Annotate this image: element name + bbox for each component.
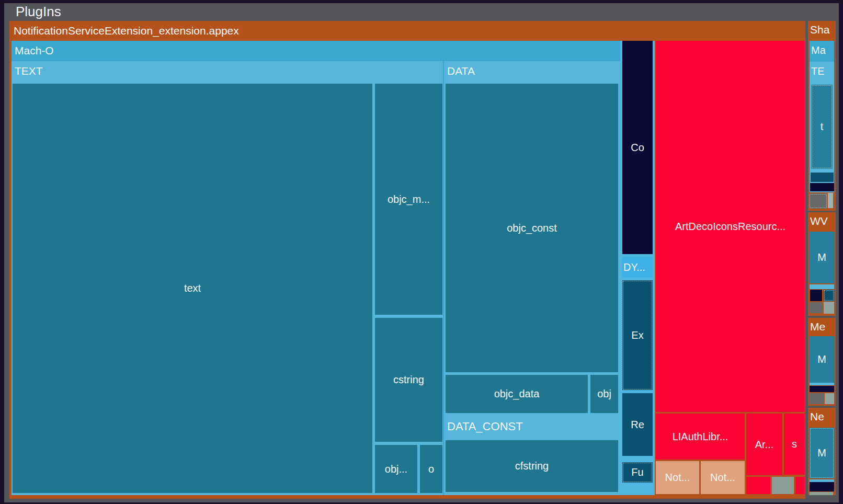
- node-function-starts[interactable]: Fu: [622, 462, 653, 483]
- node-label-not-resource-1: Not...: [665, 472, 690, 484]
- node-label-text-section: text: [184, 282, 201, 294]
- node-label-function-starts: Fu: [631, 466, 643, 478]
- node-label-data-const-segment: DATA_CONST: [447, 420, 523, 433]
- node-text-section[interactable]: text: [13, 84, 372, 493]
- node-gray-resource-a[interactable]: [772, 477, 794, 494]
- node-red-resource-a[interactable]: [746, 477, 770, 494]
- node-label-not-resource-2: Not...: [710, 472, 735, 484]
- node-obj-small[interactable]: obj: [590, 375, 618, 413]
- node-label-dyld-info: DY...: [622, 261, 645, 273]
- node-label-sha-text-segment: TE: [811, 65, 825, 77]
- node-ne-macho[interactable]: M: [810, 428, 834, 478]
- node-export-info[interactable]: Ex: [622, 280, 653, 390]
- node-me-gray[interactable]: [810, 393, 824, 404]
- node-label-rebase-info: Re: [631, 419, 644, 431]
- node-wv-green[interactable]: [824, 302, 834, 314]
- node-label-data-segment: DATA: [447, 65, 475, 77]
- node-label-o-section: o: [428, 463, 434, 475]
- node-sha-accent[interactable]: [828, 193, 833, 208]
- node-sha-text-section[interactable]: t: [811, 85, 833, 169]
- node-label-code-signature: Co: [631, 142, 644, 154]
- node-cfstring[interactable]: cfstring: [446, 440, 618, 492]
- node-not-resource-1[interactable]: Not...: [656, 461, 699, 494]
- node-artdeco-icons-resource[interactable]: ArtDecoIconsResourc...: [656, 41, 805, 412]
- treemap-canvas: PlugInsNotificationServiceExtension_exte…: [0, 0, 843, 504]
- node-ne-green[interactable]: [810, 492, 833, 495]
- node-me-macho[interactable]: M: [810, 336, 834, 383]
- node-sha-macho[interactable]: Ma: [810, 41, 834, 62]
- node-red-resource-b[interactable]: [795, 477, 805, 494]
- node-objc-const[interactable]: objc_const: [446, 84, 618, 372]
- node-label-obj-small: obj: [597, 388, 611, 400]
- node-wv-blue-strip[interactable]: [810, 284, 834, 289]
- node-wv-gray[interactable]: [810, 302, 823, 313]
- node-label-cfstring: cfstring: [515, 460, 549, 472]
- node-label-ne-macho: M: [817, 447, 826, 459]
- node-rebase-info[interactable]: Re: [622, 393, 653, 456]
- node-label-sha-macho: Ma: [811, 44, 826, 56]
- node-ne-navy[interactable]: [810, 482, 834, 491]
- node-me-blue-strip[interactable]: [810, 383, 834, 385]
- node-label-sha-appex: Sha: [810, 24, 829, 36]
- node-objc-data[interactable]: objc_data: [446, 375, 588, 413]
- node-s-resource[interactable]: s: [784, 414, 805, 475]
- node-me-navy[interactable]: [810, 386, 834, 392]
- node-label-objc-data: objc_data: [494, 388, 540, 400]
- node-code-signature[interactable]: Co: [622, 41, 653, 254]
- node-label-ne-appex: Ne: [810, 410, 824, 423]
- node-label-cstring: cstring: [393, 374, 424, 386]
- node-objc-methname[interactable]: objc_m...: [375, 84, 442, 315]
- node-o-section[interactable]: o: [420, 445, 442, 493]
- node-sha-gray[interactable]: [809, 193, 827, 209]
- node-wv-macho[interactable]: M: [810, 232, 834, 283]
- node-label-text-segment: TEXT: [15, 65, 43, 77]
- node-label-macho: Mach-O: [15, 44, 54, 57]
- node-label-me-macho: M: [817, 353, 826, 365]
- node-label-artdeco-icons-resource: ArtDecoIconsResourc...: [675, 221, 785, 233]
- node-objc-other[interactable]: obj...: [375, 445, 417, 493]
- node-dyld-info[interactable]: DY...: [622, 257, 653, 278]
- node-wv-dark-teal[interactable]: [824, 290, 834, 301]
- node-wv-navy[interactable]: [810, 290, 822, 301]
- node-me-green[interactable]: [825, 393, 834, 404]
- node-label-objc-const: objc_const: [507, 222, 557, 234]
- node-label-objc-other: obj...: [385, 463, 407, 475]
- node-label-objc-methname: objc_m...: [388, 193, 430, 205]
- node-label-me-appex: Me: [810, 320, 825, 333]
- node-label-ar-resource: Ar...: [755, 439, 774, 451]
- node-not-resource-2[interactable]: Not...: [701, 461, 745, 494]
- node-label-wv-appex: WV: [810, 215, 828, 227]
- node-label-liauth-library: LIAuthLibr...: [673, 431, 728, 443]
- node-label-s-resource: s: [792, 438, 797, 450]
- node-sha-dark-teal[interactable]: [811, 173, 834, 182]
- node-sha-navy[interactable]: [810, 183, 834, 191]
- node-label-sha-text-section: t: [821, 121, 824, 133]
- node-label-plugins: PlugIns: [16, 4, 61, 20]
- node-label-appex: NotificationServiceExtension_extension.a…: [14, 25, 239, 37]
- node-liauth-library[interactable]: LIAuthLibr...: [656, 414, 745, 460]
- node-label-wv-macho: M: [817, 251, 826, 264]
- node-label-export-info: Ex: [631, 329, 643, 341]
- node-ar-resource[interactable]: Ar...: [746, 414, 782, 475]
- node-cstring[interactable]: cstring: [375, 318, 442, 442]
